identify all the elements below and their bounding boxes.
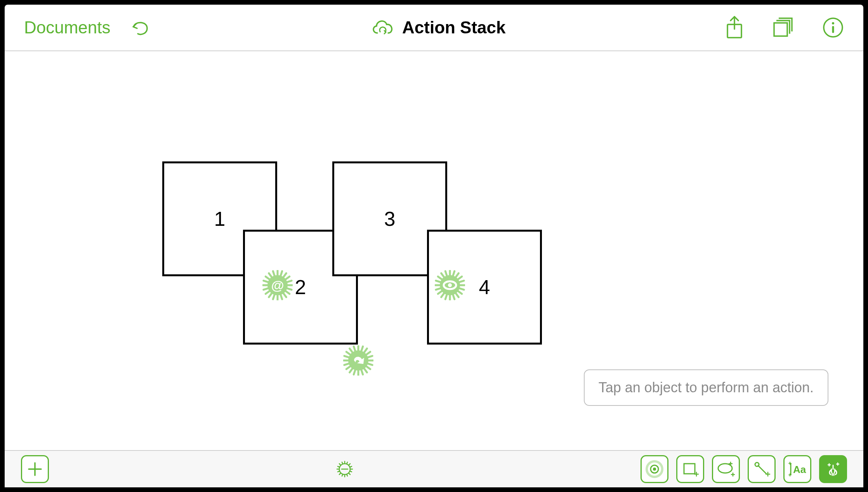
- svg-rect-1: [774, 23, 787, 36]
- gear-icon: [335, 459, 355, 479]
- action-badge-eye[interactable]: [435, 270, 465, 300]
- share-icon: [724, 15, 745, 40]
- svg-line-23: [286, 277, 290, 279]
- add-button[interactable]: [21, 455, 49, 483]
- svg-line-61: [344, 356, 349, 357]
- arrow-badge-icon: [343, 345, 373, 376]
- eye-badge-icon: [435, 270, 465, 300]
- svg-line-57: [350, 369, 352, 372]
- svg-line-64: [354, 346, 355, 351]
- canvas-area[interactable]: 1234 @ Tap an object to perform an actio…: [5, 51, 863, 450]
- svg-line-31: [453, 295, 455, 299]
- bottom-toolbar: Aa: [5, 450, 863, 487]
- svg-line-16: [264, 281, 268, 282]
- info-icon: [822, 17, 844, 38]
- action-tool-icon: [824, 460, 842, 478]
- document-title: Action Stack: [402, 18, 506, 37]
- canvases-button[interactable]: [772, 17, 795, 38]
- svg-line-24: [287, 281, 292, 282]
- ellipse-tool-icon: [716, 460, 736, 478]
- svg-point-73: [653, 468, 656, 471]
- svg-line-12: [269, 293, 272, 297]
- shape-label: 4: [479, 275, 490, 299]
- svg-line-21: [281, 271, 282, 275]
- svg-line-6: [287, 288, 292, 290]
- svg-line-39: [438, 277, 442, 279]
- plus-icon: [26, 461, 43, 478]
- svg-line-22: [283, 273, 286, 277]
- svg-line-13: [266, 291, 269, 294]
- svg-line-38: [436, 281, 440, 282]
- selection-tool-button[interactable]: [641, 455, 668, 483]
- svg-line-34: [441, 293, 444, 297]
- svg-line-17: [266, 277, 269, 279]
- line-tool-button[interactable]: [748, 455, 776, 483]
- svg-rect-75: [684, 464, 695, 474]
- text-tool-button[interactable]: Aa: [783, 455, 811, 483]
- action-badge-at[interactable]: @: [262, 270, 293, 300]
- target-icon: [644, 459, 665, 479]
- shape-label: 2: [295, 275, 306, 299]
- hint-tooltip: Tap an object to perform an action.: [584, 369, 828, 406]
- svg-line-9: [281, 295, 282, 299]
- svg-line-44: [456, 273, 458, 277]
- svg-line-69: [368, 356, 372, 357]
- svg-line-54: [361, 370, 363, 374]
- line-tool-icon: [752, 460, 771, 478]
- undo-button[interactable]: [129, 17, 151, 38]
- svg-line-18: [269, 273, 272, 277]
- svg-line-28: [460, 288, 464, 290]
- info-button[interactable]: [822, 17, 844, 38]
- hint-text: Tap an object to perform an action.: [599, 379, 814, 395]
- canvases-icon: [772, 17, 795, 38]
- svg-line-35: [438, 291, 442, 294]
- svg-line-52: [366, 366, 370, 369]
- svg-line-40: [441, 273, 444, 277]
- svg-text:Aa: Aa: [793, 464, 806, 475]
- svg-line-66: [361, 346, 363, 351]
- svg-line-62: [346, 352, 350, 355]
- svg-line-11: [273, 295, 274, 299]
- share-button[interactable]: [724, 15, 745, 40]
- svg-line-33: [445, 295, 447, 299]
- svg-line-30: [456, 293, 458, 297]
- svg-line-51: [368, 364, 372, 365]
- svg-line-68: [366, 352, 370, 355]
- svg-text:@: @: [271, 278, 284, 293]
- svg-line-56: [354, 370, 355, 374]
- rect-tool-icon: [681, 460, 700, 478]
- svg-line-45: [458, 277, 462, 279]
- at-badge-icon: @: [262, 270, 293, 300]
- action-tool-button[interactable]: [819, 455, 847, 483]
- svg-line-67: [364, 348, 367, 352]
- svg-line-14: [264, 288, 268, 290]
- action-badge-arrow[interactable]: [343, 345, 373, 376]
- svg-line-8: [283, 293, 286, 297]
- cloud-sync-icon: [370, 17, 395, 38]
- svg-point-49: [448, 283, 452, 287]
- app-frame: Documents Action Stack: [5, 5, 863, 487]
- undo-icon: [129, 17, 151, 38]
- svg-line-59: [344, 364, 349, 365]
- svg-line-7: [286, 291, 290, 294]
- text-tool-icon: Aa: [788, 460, 807, 478]
- documents-back-button[interactable]: Documents: [24, 18, 111, 37]
- rectangle-tool-button[interactable]: [676, 455, 704, 483]
- canvas-settings-button[interactable]: [335, 459, 355, 479]
- shape-label: 3: [384, 207, 396, 230]
- svg-line-41: [445, 271, 447, 275]
- ellipse-tool-button[interactable]: [712, 455, 740, 483]
- svg-line-63: [350, 348, 352, 352]
- top-toolbar: Documents Action Stack: [5, 5, 863, 51]
- svg-line-19: [273, 271, 274, 275]
- svg-line-29: [458, 291, 462, 294]
- shape-label: 1: [214, 207, 226, 230]
- svg-line-53: [364, 369, 367, 372]
- svg-line-46: [460, 281, 464, 282]
- svg-line-58: [346, 366, 350, 369]
- svg-line-36: [436, 288, 440, 290]
- svg-point-3: [832, 22, 834, 24]
- svg-point-70: [348, 350, 368, 371]
- svg-rect-4: [832, 26, 834, 33]
- svg-point-76: [718, 464, 732, 473]
